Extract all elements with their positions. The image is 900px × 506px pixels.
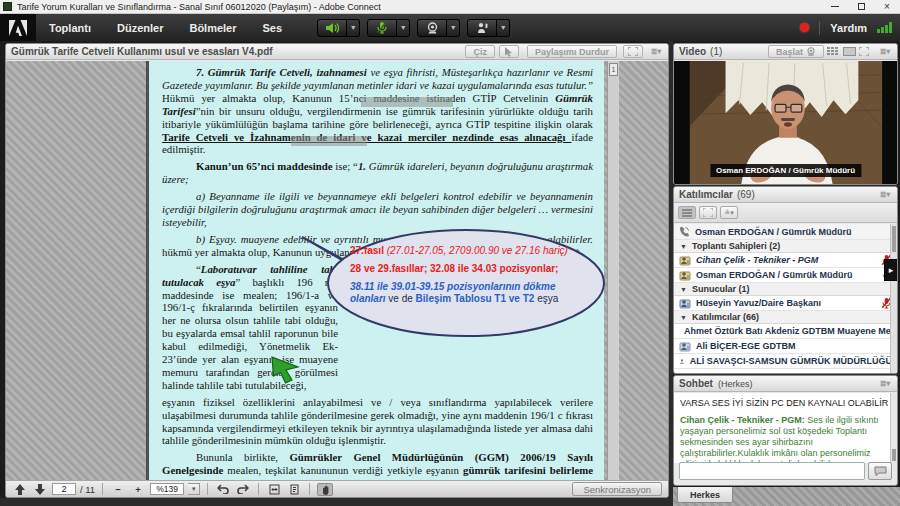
redo-icon[interactable]	[235, 483, 251, 496]
participant-icon	[679, 356, 685, 367]
app-icon	[3, 2, 12, 11]
hand-tool-icon[interactable]	[317, 483, 333, 496]
callout-line-3: 38.11 ile 39.01-39.15 pozisyonlarının dö…	[350, 281, 582, 305]
document-toolbar: 2 / 11 − + %139 ▼ Senkronizasyon	[6, 480, 668, 497]
attendee-row[interactable]: ALİ SAVAŞCI-SAMSUN GÜMRÜK MÜDÜRLÜĞÜ	[674, 354, 897, 369]
attendee-row[interactable]: Osman ERDOĞAN / Gümrük Müdürü	[674, 268, 897, 283]
host-icon	[679, 255, 691, 266]
draw-button[interactable]: Çiz	[465, 45, 495, 58]
attendee-name: Cihan Çelik - Tekniker - PGM	[696, 255, 818, 265]
active-speaker-row[interactable]: Osman ERDOĞAN / Gümrük Müdürü	[674, 224, 897, 240]
minimize-icon[interactable]	[822, 0, 848, 13]
webcam-dropdown[interactable]: ▼	[447, 19, 460, 37]
attendee-name: Osman ERDOĞAN / Gümrük Müdürü	[696, 270, 853, 280]
grid-view-icon[interactable]	[827, 47, 840, 57]
attendee-row[interactable]: Ali BİÇER-EGE GDTBM	[674, 339, 897, 354]
group-header-presenters[interactable]: ▼ Sunucular (1)	[674, 283, 897, 296]
attendees-pod-title: Katılımcılar	[679, 189, 733, 200]
undo-icon[interactable]	[215, 483, 231, 496]
doc-paragraph: eşyanın fiziksel özelliklerini anlayabil…	[162, 396, 593, 448]
send-message-button[interactable]	[868, 462, 892, 480]
document-view[interactable]: 7. Gümrük Tarife Cetveli, izahnamesi ve …	[6, 61, 668, 480]
group-header-hosts[interactable]: ▼ Toplantı Sahipleri (2)	[674, 240, 897, 253]
chat-message: Cihan Çelik - Tekniker - PGM: Ses ile il…	[680, 415, 889, 463]
attendee-name: ALİ SAVAŞCI-SAMSUN GÜMRÜK MÜDÜRLÜĞÜ	[690, 356, 892, 366]
attendee-name: Ahmet Öztürk Batı Akdeniz GDTBM Muayene …	[684, 326, 897, 336]
chat-author: Cihan Çelik - Tekniker - PGM:	[680, 415, 805, 425]
attendees-scrollbar[interactable]	[890, 224, 897, 373]
microphone-dropdown[interactable]: ▼	[397, 19, 410, 37]
attendee-name: Ali BİÇER-EGE GDTBM	[696, 341, 796, 351]
attendees-pod: Katılımcılar (69) ≣▾ ≗▾ Osman ERDOĞAN / …	[673, 186, 898, 374]
speaker-dropdown[interactable]: ▼	[347, 19, 360, 37]
video-pod: Video (1) Başlat ≣▾	[673, 43, 898, 185]
breakout-view-icon[interactable]	[699, 206, 717, 219]
filmstrip-view-icon[interactable]	[843, 47, 856, 56]
fit-width-icon[interactable]	[266, 483, 282, 496]
menu-ses[interactable]: Ses	[250, 14, 296, 41]
presenter-icon	[679, 298, 691, 309]
start-webcam-button[interactable]: Başlat	[768, 45, 824, 58]
menubar: Toplantı Düzenler Bölmeler Ses ▼ ▼ ▼ ▼ Y…	[0, 14, 900, 41]
document-scrollbar[interactable]: 1	[607, 61, 619, 480]
chat-scrollbar[interactable]	[890, 393, 897, 463]
popout-arrow-icon[interactable]: ▸	[884, 259, 898, 281]
presenter-pointer-icon	[270, 355, 300, 385]
callout-bubble: 27.fasıl (27.01-27.05, 2709.00.90 ve 27.…	[306, 227, 606, 339]
chat-input[interactable]	[679, 462, 865, 480]
attendee-row[interactable]: Ahmet Öztürk Batı Akdeniz GDTBM Muayene …	[674, 324, 897, 339]
doc-paragraph: a) Beyanname ile ilgili ve beyannameye e…	[162, 190, 593, 229]
chat-tab-strip: Herkes	[673, 487, 900, 506]
raise-hand-icon	[476, 22, 489, 34]
fullscreen-icon[interactable]	[623, 45, 643, 58]
zoom-level-input[interactable]: %139	[150, 483, 184, 495]
speaker-button[interactable]: ▼	[317, 19, 360, 37]
chat-tab-everyone[interactable]: Herkes	[677, 487, 733, 503]
microphone-button[interactable]: ▼	[367, 19, 410, 37]
pod-menu-icon[interactable]: ≣▾	[878, 190, 892, 199]
chat-scope: (Herkes)	[718, 379, 753, 389]
pod-menu-icon[interactable]: ≣▾	[878, 379, 892, 388]
zoom-out-icon[interactable]: −	[110, 483, 126, 496]
fullscreen-icon[interactable]	[859, 47, 869, 56]
window-titlebar: Tarife Yorum Kuralları ve Sınıflandırma …	[0, 0, 900, 14]
fit-page-icon[interactable]	[286, 483, 302, 496]
group-header-participants[interactable]: ▼ Katılımcılar (66)	[674, 311, 897, 324]
doc-paragraph: 7. Gümrük Tarife Cetveli, izahnamesi ve …	[162, 66, 593, 156]
share-pod: Gümrük Tarife Cetveli Kullanımı usul ve …	[5, 43, 669, 498]
status-dropdown[interactable]: ▼	[497, 19, 510, 37]
scrollbar-thumb[interactable]	[892, 226, 896, 252]
pointer-icon	[504, 47, 513, 57]
page-number-input[interactable]: 2	[52, 483, 76, 495]
scrollbar-thumb[interactable]	[892, 449, 896, 461]
window-title: Tarife Yorum Kuralları ve Sınıflandırma …	[17, 2, 381, 12]
maximize-icon[interactable]	[848, 0, 874, 13]
zoom-dropdown[interactable]: ▼	[188, 483, 200, 495]
status-view-icon[interactable]: ≗▾	[720, 206, 738, 219]
pointer-tool-button[interactable]	[499, 45, 519, 58]
attendees-toolbar: ≗▾	[674, 203, 897, 223]
page-down-icon[interactable]	[32, 483, 48, 496]
chevron-down-icon: ▼	[680, 286, 687, 293]
menu-toplanti[interactable]: Toplantı	[36, 14, 104, 41]
close-icon[interactable]: ×	[874, 0, 900, 13]
callout-line-2: 28 ve 29.fasıllar; 32.08 ile 34.03 pozis…	[350, 263, 582, 275]
menu-duzenler[interactable]: Düzenler	[104, 14, 176, 41]
zoom-in-icon[interactable]: +	[130, 483, 146, 496]
attendee-row[interactable]: Hüseyin Yavuz/Daire Başkanı	[674, 296, 897, 311]
attendees-list: Osman ERDOĞAN / Gümrük Müdürü ▼ Toplantı…	[674, 224, 897, 373]
help-menu[interactable]: Yardım	[830, 22, 867, 34]
pod-menu-icon[interactable]: ≣▾	[649, 47, 663, 56]
menu-bolmeler[interactable]: Bölmeler	[176, 14, 249, 41]
stop-sharing-button[interactable]: Paylaşımı Durdur	[527, 45, 617, 58]
page-up-icon[interactable]	[12, 483, 28, 496]
sync-button[interactable]: Senkronizasyon	[572, 482, 662, 496]
list-view-icon[interactable]	[678, 206, 696, 219]
pod-menu-icon[interactable]: ≣▾	[878, 47, 892, 56]
attendee-row[interactable]: Cihan Çelik - Tekniker - PGM	[674, 253, 897, 268]
shared-document-title: Gümrük Tarife Cetveli Kullanımı usul ve …	[11, 46, 273, 57]
webcam-button[interactable]: ▼	[417, 19, 460, 37]
scrollbar-thumb[interactable]: 1	[609, 63, 618, 76]
connection-status-icon[interactable]	[877, 22, 892, 33]
status-button[interactable]: ▼	[467, 19, 510, 37]
